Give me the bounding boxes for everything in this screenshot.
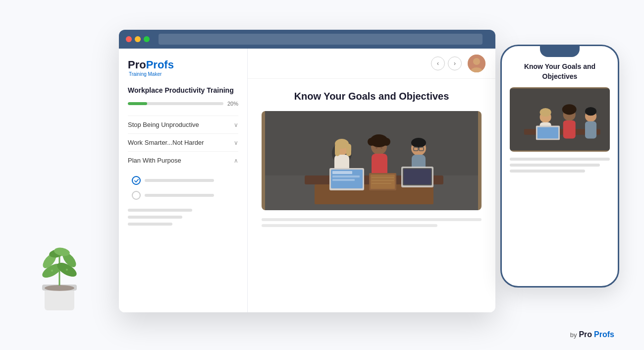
- svg-rect-66: [537, 127, 558, 139]
- svg-rect-25: [335, 144, 340, 156]
- svg-rect-43: [332, 171, 352, 174]
- nav-item-2[interactable]: Plan With Purpose ∧: [128, 151, 238, 169]
- close-window-dot[interactable]: [126, 36, 132, 42]
- svg-point-63: [585, 107, 596, 116]
- phone-ph-1: [510, 158, 610, 161]
- svg-rect-64: [585, 121, 596, 139]
- phone-ph-3: [510, 170, 585, 173]
- placeholder-lines: [128, 205, 238, 233]
- sub-item-1[interactable]: [132, 188, 238, 203]
- branding-profs-text: Profs: [594, 330, 614, 339]
- svg-rect-44: [332, 175, 360, 177]
- placeholder-line-3: [128, 223, 172, 226]
- sub-item-check-0: [132, 176, 141, 185]
- svg-rect-0: [45, 288, 74, 310]
- nav-chevron-2: ∧: [234, 157, 238, 164]
- sub-item-0[interactable]: [132, 173, 238, 188]
- svg-point-30: [368, 138, 376, 146]
- page-background: Pro Profs Training Maker Workplace Produ…: [0, 0, 644, 350]
- browser-titlebar: [119, 30, 495, 49]
- sub-item-circle-1: [132, 191, 141, 200]
- svg-point-60: [562, 104, 577, 115]
- nav-chevron-1: ∨: [234, 139, 238, 146]
- mobile-phone: Know Your Goals and Objectives: [500, 45, 619, 288]
- progress-bar-fill: [128, 102, 147, 105]
- branding-footer: by Pro Profs: [570, 330, 614, 339]
- branding-by-text: by: [570, 331, 577, 339]
- svg-point-10: [51, 270, 53, 272]
- maximize-window-dot[interactable]: [144, 36, 150, 42]
- placeholder-line-1: [128, 209, 192, 212]
- svg-point-34: [380, 147, 382, 149]
- logo-subtitle: Training Maker: [129, 71, 174, 77]
- avatar[interactable]: [468, 55, 485, 72]
- placeholder-1: [262, 218, 482, 221]
- svg-rect-61: [563, 120, 576, 139]
- svg-point-37: [411, 138, 426, 148]
- browser-window: Pro Profs Training Maker Workplace Produ…: [119, 30, 495, 312]
- branding-pro-text: Pro: [579, 330, 592, 339]
- course-sidebar: Pro Profs Training Maker Workplace Produ…: [119, 49, 248, 312]
- lesson-title: Know Your Goals and Objectives: [262, 91, 482, 102]
- url-bar: [159, 34, 483, 45]
- phone-content: Know Your Goals and Objectives: [502, 46, 618, 286]
- phone-placeholders: [510, 158, 610, 173]
- course-title: Workplace Productivity Training: [128, 86, 238, 95]
- svg-point-32: [376, 135, 382, 142]
- lesson-image: [262, 111, 482, 210]
- logo-container: Pro Profs Training Maker: [128, 58, 238, 77]
- sub-item-bar-0: [145, 179, 214, 182]
- nav-item-label-1: Work Smarter...Not Harder: [128, 139, 204, 146]
- next-button[interactable]: ›: [448, 57, 462, 70]
- svg-point-13: [473, 58, 480, 65]
- svg-rect-47: [371, 175, 395, 189]
- logo-pro: Pro: [128, 58, 146, 71]
- phone-lesson-title: Know Your Goals and Objectives: [510, 62, 610, 81]
- phone-lesson-image: [510, 87, 610, 152]
- minimize-window-dot[interactable]: [135, 36, 141, 42]
- logo-text: Pro Profs Training Maker: [128, 58, 174, 77]
- nav-item-label-0: Stop Being Unproductive: [128, 121, 199, 128]
- phone-ph-2: [510, 164, 600, 167]
- nav-item-1[interactable]: Work Smarter...Not Harder ∨: [128, 133, 238, 151]
- svg-point-2: [45, 285, 74, 291]
- placeholder-2: [262, 224, 437, 227]
- lesson-content: Know Your Goals and Objectives: [248, 79, 495, 312]
- nav-item-0[interactable]: Stop Being Unproductive ∨: [128, 116, 238, 133]
- plant-decoration: [30, 211, 89, 310]
- svg-rect-53: [404, 169, 431, 184]
- nav-arrows: ‹ ›: [431, 57, 462, 70]
- browser-content: Pro Profs Training Maker Workplace Produ…: [119, 49, 495, 312]
- svg-point-33: [376, 147, 377, 149]
- svg-rect-45: [332, 179, 355, 181]
- svg-point-57: [540, 108, 551, 117]
- placeholder-line-2: [128, 216, 182, 219]
- nav-chevron-0: ∨: [234, 121, 238, 128]
- nav-item-label-2: Plan With Purpose: [128, 157, 181, 164]
- logo-profs: Profs: [146, 58, 174, 71]
- progress-label: 20%: [227, 101, 238, 107]
- prev-button[interactable]: ‹: [431, 57, 445, 70]
- sub-item-bar-1: [145, 194, 214, 197]
- progress-row: 20%: [128, 101, 238, 107]
- sub-items-container: [128, 169, 238, 205]
- main-content-area: ‹ › Know Your Goals and Objectives: [248, 49, 495, 312]
- svg-point-31: [382, 138, 390, 146]
- progress-bar-background: [128, 102, 223, 105]
- phone-notch: [540, 46, 580, 57]
- main-header: ‹ ›: [248, 49, 495, 79]
- content-placeholders: [262, 218, 482, 227]
- svg-rect-26: [346, 144, 351, 156]
- svg-point-11: [66, 269, 68, 271]
